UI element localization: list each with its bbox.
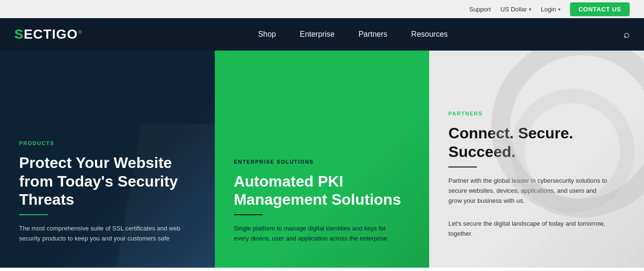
enterprise-section-label: ENTERPRISE SOLUTIONS <box>234 159 411 165</box>
currency-chevron-icon: ▾ <box>529 7 531 12</box>
logo-rest: ECTIGO <box>24 27 78 42</box>
logo[interactable]: SECTIGO® <box>14 27 82 42</box>
enterprise-title: Automated PKI Management Solutions <box>234 172 411 209</box>
nav-partners[interactable]: Partners <box>359 30 387 39</box>
main-nav: SECTIGO® Shop Enterprise Partners Resour… <box>0 18 644 51</box>
partners-section-label: PARTNERS <box>448 111 625 116</box>
enterprise-divider <box>234 214 263 215</box>
partners-desc2: Let's secure the digital landscape of to… <box>448 219 611 239</box>
nav-links: Shop Enterprise Partners Resources <box>258 30 448 39</box>
support-link[interactable]: Support <box>469 6 491 13</box>
logo-s-letter: S <box>14 27 24 42</box>
enterprise-desc: Single platform to manage digital identi… <box>234 224 396 244</box>
partners-title: Connect. Secure. Succeed. <box>448 124 625 161</box>
login-dropdown[interactable]: Login ▾ <box>541 6 560 13</box>
partners-panel[interactable]: PARTNERS Connect. Secure. Succeed. Partn… <box>429 51 644 268</box>
top-bar: Support US Dollar ▾ Login ▾ CONTACT US <box>0 0 644 18</box>
contact-us-button[interactable]: CONTACT US <box>570 2 630 16</box>
partners-divider <box>448 167 477 167</box>
nav-resources[interactable]: Resources <box>411 30 447 39</box>
currency-dropdown[interactable]: US Dollar ▾ <box>500 6 531 13</box>
products-divider <box>19 214 48 215</box>
currency-label: US Dollar <box>500 6 527 13</box>
login-label: Login <box>541 6 556 13</box>
login-chevron-icon: ▾ <box>558 7 560 12</box>
products-panel[interactable]: PRODUCTS Protect Your Website from Today… <box>0 51 215 268</box>
partners-desc1: Partner with the global leader in cybers… <box>448 176 611 206</box>
nav-shop[interactable]: Shop <box>258 30 276 39</box>
search-icon[interactable]: ⌕ <box>623 28 630 41</box>
hero-section: PRODUCTS Protect Your Website from Today… <box>0 51 644 268</box>
enterprise-panel[interactable]: ENTERPRISE SOLUTIONS Automated PKI Manag… <box>215 51 430 268</box>
logo-registered: ® <box>78 30 82 35</box>
nav-enterprise[interactable]: Enterprise <box>300 30 335 39</box>
logo-text: SECTIGO® <box>14 27 82 42</box>
